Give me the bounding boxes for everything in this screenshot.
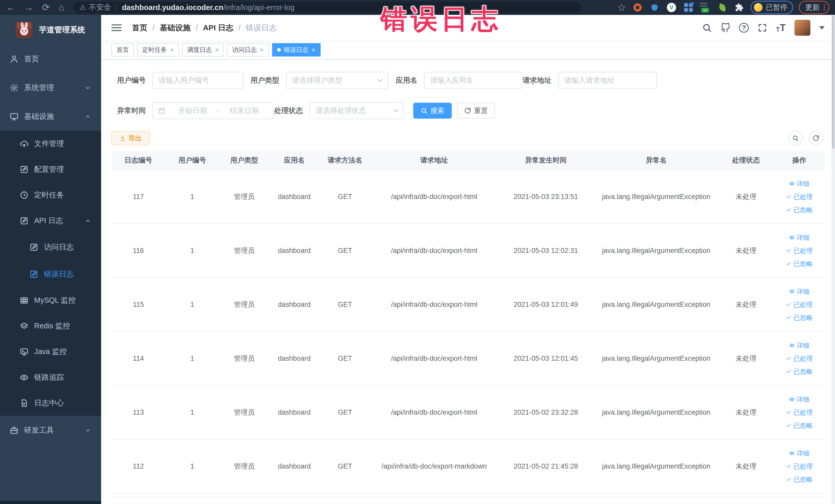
tab-错误日志[interactable]: 错误日志×: [272, 43, 321, 57]
sidebar-item-MySQL-监控[interactable]: MySQL 监控: [0, 287, 101, 313]
scrollbar-thumb[interactable]: [832, 15, 834, 149]
mark-ignored-link[interactable]: 已忽略: [786, 475, 813, 484]
browser-menu-kebab-icon[interactable]: [824, 5, 825, 11]
mark-processed-link[interactable]: 已处理: [786, 462, 813, 471]
check-icon: [786, 248, 791, 254]
close-icon[interactable]: ×: [260, 46, 264, 53]
exception-time-range-picker[interactable]: 开始日期 - 结束日期: [152, 102, 273, 119]
mark-processed-link[interactable]: 已处理: [786, 408, 813, 417]
page-scrollbar[interactable]: [831, 15, 835, 504]
extension-shield-icon[interactable]: [649, 2, 660, 13]
avatar-caret-down-icon[interactable]: [819, 26, 825, 29]
app-name-input[interactable]: 请输入应用名: [424, 72, 522, 89]
sidebar-item-错误日志[interactable]: 错误日志: [0, 261, 101, 287]
close-icon[interactable]: ×: [215, 46, 219, 53]
address-bar[interactable]: ⚠ 不安全 dashboard.yudao.iocoder.cn/infra/l…: [74, 2, 582, 13]
sidebar-item-日志中心[interactable]: 日志中心: [0, 390, 101, 416]
search-button[interactable]: 搜索: [413, 103, 452, 119]
sidebar-item-访问日志[interactable]: 访问日志: [0, 234, 101, 261]
breadcrumb-item[interactable]: API 日志: [203, 23, 233, 33]
table-header-row: 日志编号用户编号用户类型应用名请求方法名请求地址异常发生时间异常名处理状态操作: [111, 151, 825, 170]
sidebar-item-研发工具[interactable]: 研发工具: [0, 416, 101, 445]
url-path: /infra/log/api-error-log: [223, 3, 294, 12]
font-size-icon[interactable]: TT: [776, 23, 786, 33]
process-status-select[interactable]: 请选择处理状态: [309, 102, 404, 119]
column-header: 操作: [774, 156, 825, 165]
chevron-down-icon: [85, 85, 91, 91]
extension-v-icon[interactable]: V: [666, 2, 677, 13]
refresh-table-button[interactable]: [809, 131, 823, 145]
browser-toolbar-right: ☆ V on 已暂停 更新: [617, 1, 829, 14]
sidebar-item-首页[interactable]: 首页: [0, 45, 101, 74]
close-icon[interactable]: ×: [312, 46, 315, 53]
browser-back-icon[interactable]: ←: [6, 3, 15, 12]
user-id-input[interactable]: 请输入用户编号: [152, 72, 244, 89]
view-detail-link[interactable]: 详细: [789, 341, 810, 350]
extension-grid-icon[interactable]: [683, 2, 694, 13]
bookmark-star-icon[interactable]: ☆: [617, 2, 626, 13]
browser-reload-icon[interactable]: ⟳: [42, 3, 50, 12]
sidebar-item-label: API 日志: [34, 216, 63, 226]
cell-user_id: 1: [165, 193, 219, 201]
extension-leaf-icon[interactable]: [717, 2, 728, 13]
help-icon[interactable]: ?: [739, 23, 749, 33]
close-icon[interactable]: ×: [170, 46, 174, 53]
sidebar-item-链路追踪[interactable]: 链路追踪: [0, 365, 101, 390]
extensions-puzzle-icon[interactable]: [734, 2, 745, 13]
column-header: 请求地址: [371, 156, 498, 165]
mark-processed-link[interactable]: 已处理: [786, 246, 813, 255]
mark-ignored-link[interactable]: 已忽略: [786, 260, 813, 268]
sidebar-item-配置管理[interactable]: 配置管理: [0, 157, 101, 182]
sidebar-item-系统管理[interactable]: 系统管理: [0, 74, 101, 102]
sidebar-item-定时任务[interactable]: 定时任务: [0, 182, 101, 208]
sidebar-item-API-日志[interactable]: API 日志: [0, 208, 101, 234]
tab-访问日志[interactable]: 访问日志×: [227, 43, 269, 57]
sidebar-item-Java-监控[interactable]: Java 监控: [0, 339, 101, 365]
sidebar-item-Redis-监控[interactable]: Redis 监控: [0, 313, 101, 339]
cell-actions: 详细已处理已忽略: [774, 341, 825, 376]
view-detail-link[interactable]: 详细: [789, 449, 810, 458]
calendar-icon: [158, 107, 165, 114]
cell-method: GET: [319, 462, 371, 470]
breadcrumb-item[interactable]: 基础设施: [160, 23, 190, 33]
cell-url: /api/infra/db-doc/export-html: [371, 355, 498, 363]
browser-forward-icon[interactable]: →: [24, 3, 33, 12]
sidebar-collapse-icon[interactable]: [111, 24, 122, 31]
extension-on-switch-icon[interactable]: on: [700, 2, 711, 13]
toggle-search-button[interactable]: [788, 131, 803, 145]
request-url-input[interactable]: 请输入请求地址: [558, 72, 657, 89]
fullscreen-icon[interactable]: [757, 23, 767, 33]
paused-extension-badge[interactable]: 已暂停: [751, 1, 793, 14]
view-detail-link[interactable]: 详细: [789, 180, 810, 188]
tab-调度日志[interactable]: 调度日志×: [182, 43, 224, 57]
user-avatar[interactable]: [794, 20, 810, 36]
extension-orange-ring-icon[interactable]: [632, 2, 643, 13]
sidebar-item-label: 访问日志: [44, 242, 74, 253]
sidebar-logo[interactable]: 芋道管理系统: [0, 15, 101, 45]
user-type-label: 用户类型: [244, 76, 286, 85]
tab-定时任务[interactable]: 定时任务×: [137, 43, 179, 57]
chevron-up-icon: [85, 218, 91, 224]
breadcrumb-item[interactable]: 首页: [132, 23, 147, 33]
mark-ignored-link[interactable]: 已忽略: [786, 206, 813, 214]
mark-ignored-link[interactable]: 已忽略: [786, 314, 813, 322]
view-detail-link[interactable]: 详细: [789, 395, 810, 404]
mark-processed-link[interactable]: 已处理: [786, 193, 813, 201]
export-button[interactable]: 导出: [111, 131, 150, 145]
sidebar-item-基础设施[interactable]: 基础设施: [0, 102, 101, 131]
user-type-select[interactable]: 请选择用户类型: [286, 72, 388, 89]
browser-update-button[interactable]: 更新: [799, 1, 829, 14]
view-detail-link[interactable]: 详细: [789, 287, 810, 296]
reset-button[interactable]: 重置: [457, 103, 495, 119]
view-detail-link[interactable]: 详细: [789, 234, 810, 242]
tab-首页[interactable]: 首页: [111, 43, 134, 57]
mark-ignored-link[interactable]: 已忽略: [786, 367, 813, 376]
mark-processed-link[interactable]: 已处理: [786, 300, 813, 309]
browser-home-icon[interactable]: ⌂: [59, 3, 64, 12]
header-search-icon[interactable]: [702, 23, 712, 33]
sidebar-item-文件管理[interactable]: 文件管理: [0, 131, 101, 157]
github-icon[interactable]: [720, 23, 730, 33]
mark-ignored-link[interactable]: 已忽略: [786, 421, 813, 430]
cell-user_type: 管理员: [219, 408, 269, 417]
mark-processed-link[interactable]: 已处理: [786, 354, 813, 363]
